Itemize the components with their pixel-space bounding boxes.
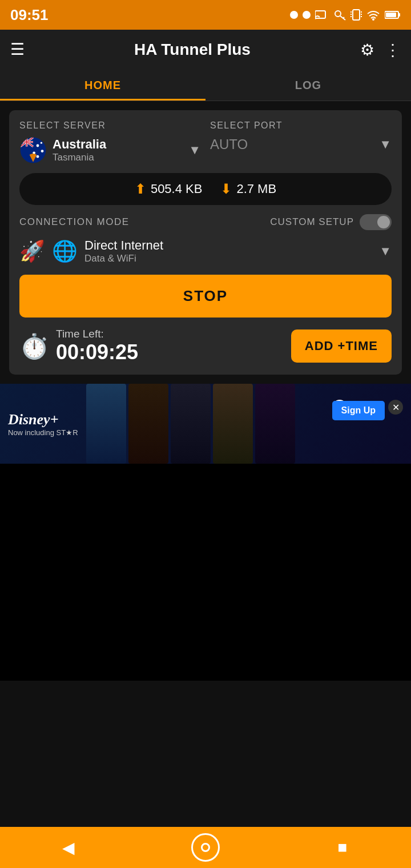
upload-value: 505.4 KB (151, 182, 203, 196)
back-button[interactable]: ◀ (46, 830, 91, 865)
vibrate-icon (350, 9, 362, 21)
toggle-knob (377, 216, 390, 228)
main-content: SELECT SERVER (0, 101, 411, 384)
recent-icon: ■ (338, 838, 348, 857)
server-dropdown-arrow[interactable]: ▼ (188, 143, 201, 158)
clock-icon: ⏱️ (19, 332, 49, 360)
ad-tagline: Now including ST★R (8, 428, 78, 437)
nav-right: ⚙ ⋮ (360, 41, 401, 59)
custom-setup-area: CUSTOM SETUP (270, 214, 392, 230)
tab-home[interactable]: HOME (0, 70, 206, 101)
tabs: HOME LOG (0, 70, 411, 101)
australia-flag-svg (19, 136, 47, 164)
status-icons (290, 9, 401, 21)
download-value: 2.7 MB (236, 182, 276, 196)
connection-type-sub: Data & WiFi (84, 253, 372, 264)
status-bar: 09:51 (0, 0, 411, 30)
wifi-icon (366, 9, 380, 21)
home-circle-inner (201, 843, 210, 852)
app-title: HA Tunnel Plus (34, 41, 351, 59)
home-button[interactable] (183, 830, 228, 865)
settings-icon[interactable]: ⚙ (360, 41, 374, 59)
stop-button[interactable]: STOP (19, 275, 392, 318)
port-value: AUTO (210, 136, 374, 152)
main-card: SELECT SERVER (9, 110, 402, 375)
svg-rect-14 (398, 13, 400, 17)
ad-image-2 (128, 384, 168, 464)
download-stat: ⬇ 2.7 MB (220, 181, 276, 197)
nav-bar: ☰ HA Tunnel Plus ⚙ ⋮ (0, 30, 411, 70)
svg-rect-0 (315, 11, 325, 18)
server-selector[interactable]: Australia Tasmania ▼ (19, 136, 201, 164)
connection-mode-label: CONNECTION MODE (19, 216, 130, 228)
upload-icon: ⬆ (135, 181, 146, 197)
more-icon[interactable]: ⋮ (385, 41, 401, 59)
globe-emoji: 🌐 (52, 239, 78, 263)
svg-rect-13 (386, 13, 396, 17)
dot1 (290, 11, 298, 19)
ad-image-3 (171, 384, 211, 464)
recent-button[interactable]: ■ (320, 830, 365, 865)
rocket-emoji: 🚀 (19, 239, 45, 263)
time-value: 00:09:25 (56, 340, 138, 364)
ad-brand-name: Disney+ (8, 411, 78, 428)
svg-point-28 (37, 155, 39, 158)
cast-icon (315, 9, 329, 21)
server-info: Australia Tasmania (53, 137, 183, 163)
ad-images (86, 384, 411, 464)
time-info: Time Left: 00:09:25 (56, 328, 138, 364)
menu-icon[interactable]: ☰ (10, 42, 25, 58)
svg-point-11 (372, 18, 374, 21)
ad-banner: Disney+ Now including ST★R i ✕ Sign Up (0, 384, 411, 464)
status-time: 09:51 (10, 6, 49, 24)
server-port-row: SELECT SERVER (19, 120, 392, 164)
svg-point-1 (335, 11, 341, 17)
svg-line-3 (343, 17, 344, 18)
tab-log[interactable]: LOG (206, 70, 411, 101)
bottom-nav: ◀ ■ (0, 827, 411, 868)
ad-image-1 (86, 384, 126, 464)
ad-close-icon[interactable]: ✕ (388, 400, 403, 415)
ad-image-4 (213, 384, 253, 464)
connection-type-info: Direct Internet Data & WiFi (84, 238, 372, 264)
add-time-button[interactable]: ADD +TIME (291, 329, 392, 363)
server-location: Tasmania (53, 152, 183, 163)
port-section: SELECT PORT AUTO ▼ (210, 120, 392, 164)
server-label: SELECT SERVER (19, 120, 201, 131)
svg-point-26 (37, 144, 39, 147)
back-icon: ◀ (62, 838, 75, 857)
svg-rect-25 (21, 142, 33, 143)
connection-mode-row: CONNECTION MODE CUSTOM SETUP (19, 214, 392, 230)
upload-stat: ⬆ 505.4 KB (135, 181, 203, 197)
ad-signup-button[interactable]: Sign Up (332, 401, 385, 420)
port-label: SELECT PORT (210, 120, 392, 131)
time-label: Time Left: (56, 328, 138, 340)
dot2 (303, 11, 311, 19)
flag-icon (19, 136, 47, 164)
svg-point-27 (41, 150, 44, 152)
server-section: SELECT SERVER (19, 120, 201, 164)
connection-type-name: Direct Internet (84, 238, 372, 253)
time-left-area: ⏱️ Time Left: 00:09:25 (19, 328, 138, 364)
svg-point-30 (41, 142, 42, 144)
connection-type-row[interactable]: 🚀 🌐 Direct Internet Data & WiFi ▼ (19, 238, 392, 264)
black-area (0, 464, 411, 681)
data-bar: ⬆ 505.4 KB ⬇ 2.7 MB (19, 173, 392, 205)
download-icon: ⬇ (220, 181, 232, 197)
port-dropdown-arrow[interactable]: ▼ (379, 137, 392, 152)
home-circle (191, 833, 220, 862)
custom-setup-toggle[interactable] (360, 214, 392, 230)
time-row: ⏱️ Time Left: 00:09:25 ADD +TIME (19, 328, 392, 364)
ad-image-5 (255, 384, 295, 464)
ad-disney-logo: Disney+ Now including ST★R (0, 403, 86, 445)
svg-rect-4 (353, 10, 360, 20)
key-icon (333, 9, 346, 21)
custom-setup-label: CUSTOM SETUP (270, 216, 354, 228)
server-name: Australia (53, 137, 183, 152)
port-selector[interactable]: AUTO ▼ (210, 136, 392, 152)
battery-icon (385, 10, 401, 19)
conn-type-dropdown-arrow[interactable]: ▼ (379, 244, 392, 259)
